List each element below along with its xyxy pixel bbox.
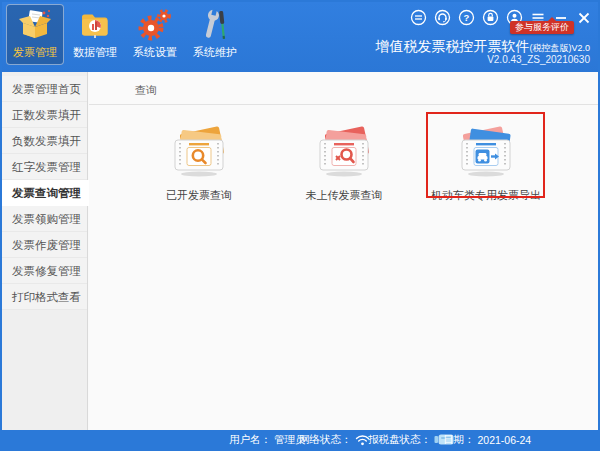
sidebar-item-invoice-home[interactable]: 发票管理首页 [2,76,87,102]
sidebar-item-invoice-repair[interactable]: 发票修复管理 [2,258,87,284]
tab-separator [89,104,598,105]
not-uploaded-query-icon [307,124,381,180]
close-icon[interactable] [576,10,592,26]
shortcut-not-uploaded-invoice-query[interactable]: 未上传发票查询 [282,124,406,203]
service-survey-badge[interactable]: 参与服务评价 [510,21,574,34]
top-bar: 发票管理 数据管理 [2,2,598,72]
date-value: 2021-06-24 [478,434,532,446]
shortcut-issued-invoice-query[interactable]: 已开发票查询 [137,124,261,203]
lock-circle-icon[interactable] [482,9,499,26]
sidebar: 发票管理首页 正数发票填开 负数发票填开 红字发票管理 发票查询管理 发票领购管… [2,72,88,430]
invoice-box-icon [18,8,52,42]
shortcut-label: 未上传发票查询 [282,188,406,203]
sidebar-item-positive-invoice[interactable]: 正数发票填开 [2,102,87,128]
tools-icon [198,8,232,42]
shortcut-vehicle-invoice-export[interactable]: 机动车类专用发票导出 [424,124,548,203]
nav-item-invoice-management[interactable]: 发票管理 [6,4,64,65]
tab-query[interactable]: 查询 [135,83,157,98]
date-label: 日期： [443,433,475,447]
issued-invoice-query-icon [162,124,236,180]
sidebar-item-invoice-purchase[interactable]: 发票领购管理 [2,206,87,232]
main-content: 查询 已开发票查询 [89,72,598,430]
help-circle-icon[interactable]: ? [458,9,475,26]
nav-item-system-maintenance[interactable]: 系统维护 [186,4,244,65]
app-version: V2.0.43_ZS_20210630 [487,54,590,65]
app-window: 发票管理 数据管理 [0,0,600,451]
card-circle-icon[interactable] [410,9,427,26]
network-label: 网络状态： [299,433,352,447]
sidebar-item-print-format[interactable]: 打印格式查看 [2,284,87,310]
user-label: 用户名： [229,433,271,447]
headset-circle-icon[interactable] [434,9,451,26]
gears-icon [138,8,172,42]
status-bar: 用户名： 管理员 网络状态： 报税盘状态： 日期： 2021-06-24 [2,430,598,449]
sidebar-item-negative-invoice[interactable]: 负数发票填开 [2,128,87,154]
sidebar-item-invoice-query[interactable]: 发票查询管理 [2,180,89,206]
top-nav: 发票管理 数据管理 [6,4,246,65]
tax-disk-label: 报税盘状态： [368,433,431,447]
nav-label: 发票管理 [13,45,57,60]
status-date: 日期： 2021-06-24 [443,430,531,449]
app-title-main: 增值税发票税控开票软件 [375,38,529,54]
status-tax-disk: 报税盘状态： [368,430,454,449]
sidebar-item-invoice-void[interactable]: 发票作废管理 [2,232,87,258]
shortcut-label: 已开发票查询 [137,188,261,203]
shortcut-label: 机动车类专用发票导出 [424,188,548,203]
nav-item-data-management[interactable]: 数据管理 [66,4,124,65]
status-user: 用户名： 管理员 [229,430,306,449]
svg-text:?: ? [464,12,470,23]
nav-label: 系统设置 [133,45,177,60]
nav-label: 数据管理 [73,45,117,60]
data-folder-icon [78,8,112,42]
vehicle-invoice-export-icon [449,124,523,180]
nav-item-system-settings[interactable]: 系统设置 [126,4,184,65]
status-network: 网络状态： [299,430,370,449]
nav-label: 系统维护 [193,45,237,60]
app-title-edition: (税控盘版)V2.0 [529,43,590,53]
sidebar-item-red-letter-invoice[interactable]: 红字发票管理 [2,154,87,180]
